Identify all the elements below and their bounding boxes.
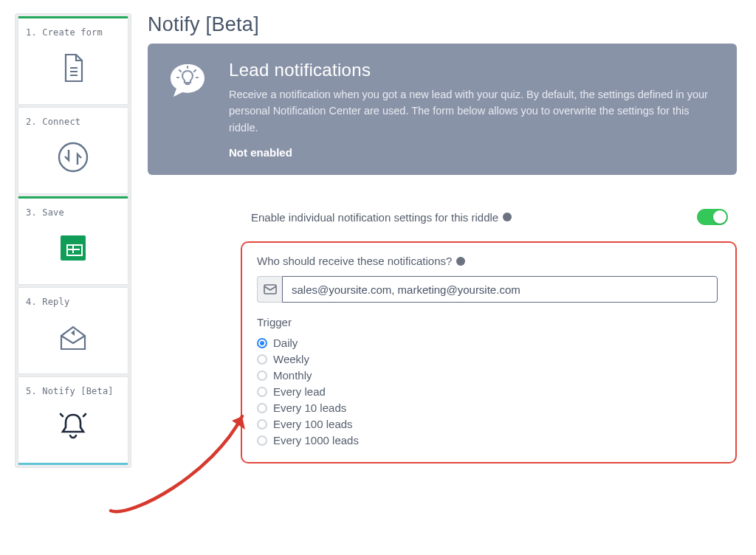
info-icon[interactable] [503, 213, 512, 221]
radio-icon [257, 354, 267, 365]
radio-icon [257, 338, 267, 348]
sidebar-step-notify[interactable]: 5. Notify [Beta] [18, 376, 128, 465]
trigger-option-label: Every 1000 leads [273, 434, 359, 447]
main-content: Notify [Beta] Lead notifications Receive… [148, 13, 737, 468]
enable-row: Enable individual notification settings … [251, 209, 732, 225]
trigger-option[interactable]: Every 100 leads [257, 417, 718, 431]
trigger-heading: Trigger [257, 316, 718, 328]
step-label: 2. Connect [26, 117, 80, 127]
lightbulb-speech-icon [167, 61, 208, 103]
trigger-radio-group: DailyWeeklyMonthlyEvery leadEvery 10 lea… [257, 336, 718, 447]
enable-toggle[interactable] [697, 209, 728, 225]
recipients-input[interactable] [282, 276, 718, 303]
sidebar: 1. Create form 2. Connect 3. Save [15, 13, 131, 468]
banner-status: Not enabled [229, 146, 716, 159]
step-label: 4. Reply [26, 297, 69, 307]
page-title: Notify [Beta] [148, 13, 737, 36]
notification-settings-panel: Who should receive these notifications? … [241, 241, 737, 463]
sidebar-step-save[interactable]: 3. Save [18, 196, 128, 285]
sync-icon [55, 139, 91, 175]
trigger-option[interactable]: Every 10 leads [257, 401, 718, 415]
trigger-option[interactable]: Every lead [257, 385, 718, 399]
trigger-option-label: Every 10 leads [273, 401, 346, 414]
recipients-label: Who should receive these notifications? [257, 255, 718, 267]
sidebar-step-create-form[interactable]: 1. Create form [18, 16, 128, 105]
trigger-option[interactable]: Daily [257, 336, 718, 350]
svg-rect-1 [264, 285, 276, 294]
enable-label: Enable individual notification settings … [251, 211, 512, 224]
radio-icon [257, 435, 267, 446]
email-icon [257, 276, 282, 303]
trigger-option[interactable]: Monthly [257, 368, 718, 382]
trigger-option-label: Weekly [273, 353, 309, 365]
sidebar-step-connect[interactable]: 2. Connect [18, 107, 128, 194]
banner-title: Lead notifications [229, 60, 716, 80]
trigger-option[interactable]: Every 1000 leads [257, 433, 718, 447]
sidebar-step-reply[interactable]: 4. Reply [18, 287, 128, 374]
google-sheets-icon [61, 235, 86, 261]
trigger-option-label: Monthly [273, 369, 312, 382]
recipients-label-text: Who should receive these notifications? [257, 255, 452, 267]
trigger-option-label: Every 100 leads [273, 418, 353, 430]
radio-icon [257, 387, 267, 397]
radio-icon [257, 419, 267, 430]
trigger-option-label: Every lead [273, 385, 326, 398]
banner-description: Receive a notification when you got a ne… [229, 86, 716, 136]
radio-icon [257, 370, 267, 381]
step-label: 5. Notify [Beta] [26, 386, 114, 396]
trigger-option[interactable]: Weekly [257, 352, 718, 366]
lead-notifications-banner: Lead notifications Receive a notificatio… [148, 44, 737, 175]
info-icon[interactable] [456, 257, 465, 266]
enable-label-text: Enable individual notification settings … [251, 211, 498, 224]
document-icon [55, 50, 91, 86]
step-label: 3. Save [26, 207, 64, 218]
bell-icon [55, 409, 91, 444]
step-label: 1. Create form [26, 27, 103, 38]
reply-mail-icon [55, 320, 91, 355]
svg-point-0 [59, 143, 87, 171]
trigger-option-label: Daily [273, 337, 298, 349]
radio-icon [257, 403, 267, 413]
